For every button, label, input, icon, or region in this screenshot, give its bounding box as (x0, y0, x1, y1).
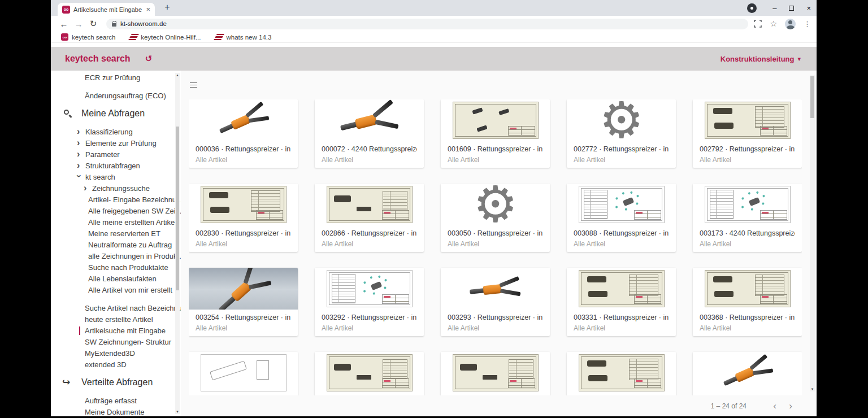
window-close-button[interactable]: × (806, 5, 811, 12)
article-title: 003050 · Rettungsspreizer · in A... (448, 229, 543, 237)
new-tab-button[interactable]: + (162, 2, 173, 12)
article-card[interactable]: 003293 · Rettungsspreizer · in A... Alle… (441, 268, 550, 336)
scroll-up-icon[interactable]: ▲ (175, 73, 180, 77)
sketch-marks (748, 197, 760, 206)
parts-table (383, 191, 407, 210)
article-thumbnail (567, 99, 676, 141)
article-category: Alle Artikel (322, 240, 417, 248)
content-scroll-thumb[interactable] (810, 76, 814, 118)
sidebar-item[interactable]: Zeichnungssuche (51, 182, 181, 194)
sidebar-item[interactable]: MyExtended3D (51, 347, 181, 359)
reload-icon[interactable]: ↻ (86, 19, 101, 29)
article-card[interactable]: 000072 · 4240 Rettungsspreizer ... Alle … (315, 99, 424, 168)
sidebar-item[interactable]: Meine reservierten ET (51, 228, 181, 239)
article-card[interactable]: 002772 · Rettungsspreizer · in A... Alle… (567, 99, 676, 168)
sidebar-scroll-thumb[interactable] (176, 127, 179, 290)
sidebar-item[interactable]: Meine Abfragen (51, 106, 181, 121)
sidebar-item[interactable]: Alle meine erstellten Artikel (51, 216, 181, 228)
user-menu[interactable]: Konstruktionsleitung ▾ (721, 55, 801, 63)
sidebar-item[interactable]: Parameter (51, 149, 181, 160)
drawing-sheet (453, 102, 539, 139)
article-card[interactable] (189, 352, 298, 395)
drawing-sheet (327, 354, 413, 391)
article-card[interactable]: 003292 · Rettungsspreizer · in A... Alle… (315, 268, 424, 336)
article-card[interactable]: 003050 · Rettungsspreizer · in A... Alle… (441, 184, 550, 252)
article-title: 003292 · Rettungsspreizer · in A... (322, 314, 417, 321)
browser-menu-icon[interactable]: ⋮ (804, 20, 811, 28)
article-card[interactable]: 003088 · Rettungsspreizer · in A... Alle… (567, 184, 676, 252)
sidebar-item[interactable]: Alle Artikel von mir erstellt (51, 284, 181, 295)
sidebar-item[interactable]: Alle Lebenslaufakten (51, 273, 181, 284)
title-block (634, 378, 661, 388)
sketch-marks (209, 192, 228, 198)
sidebar-item[interactable]: heute erstellte Artikel (51, 314, 181, 325)
sidebar-item[interactable]: Änderungsauftrag (ECO) (51, 90, 181, 101)
article-card[interactable]: 003331 · Rettungsspreizer · in A... Alle… (567, 268, 676, 336)
article-card[interactable]: 002830 · Rettungsspreizer · in A... Alle… (189, 184, 298, 252)
sidebar-item[interactable]: Klassifizierung (51, 126, 181, 137)
sidebar-item[interactable]: Aufträge erfasst (51, 395, 181, 406)
article-card[interactable]: 000036 · Rettungsspreizer · in A... Alle… (189, 99, 298, 168)
parts-table (629, 359, 658, 380)
sketch-marks (622, 197, 633, 206)
browser-tab[interactable]: Artikelsuche mit Eingabe × (58, 3, 155, 16)
bookmark-item[interactable]: keytech Online-Hilf... (130, 34, 201, 41)
sidebar-item[interactable]: Suche nach Produktakte (51, 262, 181, 273)
bookmark-item[interactable]: whats new 14.3 (215, 34, 271, 41)
sketch-marks (460, 364, 477, 371)
sidebar-item[interactable]: alle Zeichnungen in Produk... (51, 250, 181, 262)
forward-icon[interactable]: → (71, 19, 86, 29)
prev-page-icon[interactable]: ‹ (767, 400, 783, 412)
article-card[interactable]: 001609 · Rettungsspreizer · in A... Alle… (441, 99, 550, 168)
sidebar-item[interactable]: SW Zeichnungen- Struktur (51, 336, 181, 347)
rescue-spreader-render (212, 268, 275, 310)
bookmark-star-icon[interactable]: ☆ (770, 19, 777, 28)
article-card[interactable] (315, 352, 424, 395)
drawing-sheet (327, 270, 413, 307)
sidebar-item[interactable]: Verteilte Abfragen (51, 375, 181, 390)
media-controls-button[interactable] (747, 3, 757, 13)
tab-close-icon[interactable]: × (146, 5, 150, 14)
url-bar[interactable]: kt-showroom.de (106, 19, 748, 29)
app-title[interactable]: keytech search (65, 54, 131, 64)
back-icon[interactable]: ← (57, 19, 71, 29)
article-category: Alle Artikel (574, 240, 669, 248)
sidebar-item[interactable]: Elemente zur Prüfung (51, 137, 181, 149)
article-card[interactable] (567, 352, 676, 395)
pagination-bar: 1 – 24 of 24 ‹ › (181, 395, 817, 416)
sketch-marks (587, 276, 606, 282)
next-page-icon[interactable]: › (783, 400, 798, 412)
corner-brackets-icon[interactable] (754, 20, 762, 28)
article-card[interactable] (441, 352, 550, 395)
sidebar-item[interactable]: Meine Dokumente (51, 406, 181, 416)
sidebar-item[interactable]: Strukturabfragen (51, 160, 181, 171)
profile-avatar[interactable] (785, 19, 796, 29)
bookmarks-bar: keytech search keytech Online-Hilf... wh… (51, 32, 817, 43)
article-title: 003368 · Rettungsspreizer · in A... (700, 314, 795, 321)
article-title: 003331 · Rettungsspreizer · in A... (574, 314, 669, 321)
sidebar-item[interactable]: Alle freigegebenen SW Zei... (51, 205, 181, 216)
article-card[interactable]: 003173 · 4240 Rettungsspreizer ... Alle … (693, 184, 802, 252)
content-scrollbar[interactable]: ▼ (810, 75, 815, 391)
filter-list-icon[interactable] (190, 82, 197, 88)
history-icon[interactable]: ↺ (145, 54, 153, 64)
sidebar-item[interactable]: Artikelsuche mit Eingabe (51, 325, 181, 336)
sidebar-item[interactable]: kt search (51, 171, 181, 182)
article-card[interactable]: 002792 · Rettungsspreizer · in A... Alle… (693, 99, 802, 168)
sidebar-item[interactable]: extended 3D (51, 359, 181, 370)
scroll-down-icon[interactable]: ▼ (175, 410, 180, 413)
article-card[interactable]: 002866 · Rettungsspreizer · in A... Alle… (315, 184, 424, 252)
sidebar-item[interactable]: ECR zur Prüfung (51, 72, 181, 83)
bookmark-item[interactable]: keytech search (61, 33, 115, 41)
sidebar-item[interactable]: Suche Artikel nach Bezeichnung (51, 302, 181, 314)
article-card[interactable]: 003368 · Rettungsspreizer · in A... Alle… (693, 268, 802, 336)
sidebar-item[interactable]: Neutralformate zu Auftrag (51, 239, 181, 250)
minimize-button[interactable]: – (772, 5, 776, 12)
drawing-sheet (705, 186, 791, 223)
maximize-button[interactable] (789, 6, 794, 11)
scroll-down-icon[interactable]: ▼ (810, 387, 815, 391)
article-card[interactable] (693, 352, 802, 395)
sidebar-scrollbar[interactable]: ▲ ▼ (175, 73, 180, 414)
sidebar-item[interactable]: Artikel- Eingabe Bezeichnu... (51, 194, 181, 205)
article-card[interactable]: 003254 · Rettungsspreizer · in A... Alle… (189, 268, 298, 336)
